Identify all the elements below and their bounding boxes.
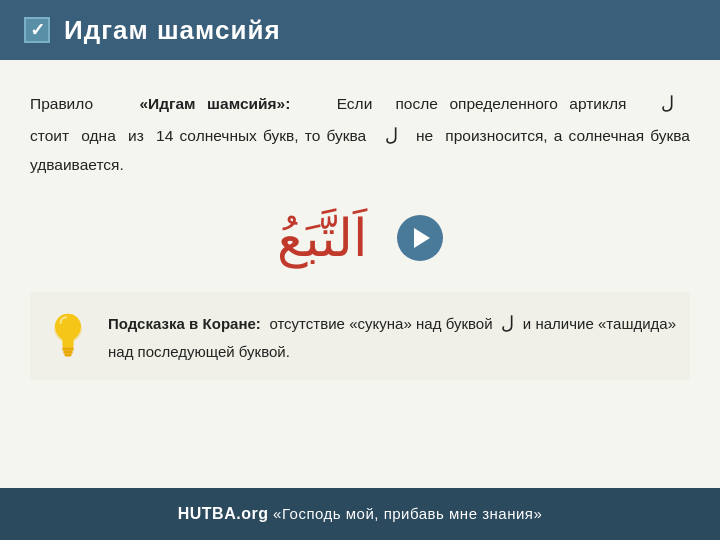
- arabic-section: اَلتَّبَعُ: [30, 208, 690, 268]
- footer-brand: HUTBA.org: [178, 505, 269, 522]
- header: Идгам шамсийя: [0, 0, 720, 60]
- rule-text-block: Правило «Идгам шамсийя»: Если после опре…: [30, 88, 690, 178]
- app-container: Идгам шамсийя Правило «Идгам шамсийя»: Е…: [0, 0, 720, 540]
- hint-label: Подсказка в Коране:: [108, 315, 261, 332]
- checkbox-icon: [24, 17, 50, 43]
- rule-intro: Правило: [30, 95, 93, 112]
- arabic-word: اَلتَّبَعُ: [277, 208, 367, 268]
- svg-rect-1: [62, 347, 73, 351]
- bulb-icon: [44, 308, 92, 364]
- svg-rect-3: [64, 354, 71, 357]
- footer: HUTBA.org «Господь мой, прибавь мне знан…: [0, 488, 720, 540]
- lam-symbol-1: ل: [661, 93, 674, 113]
- header-title: Идгам шамсийя: [64, 15, 281, 46]
- svg-rect-2: [63, 351, 72, 354]
- main-content: Правило «Идгам шамсийя»: Если после опре…: [0, 60, 720, 488]
- lam-symbol-2: ل: [385, 125, 398, 145]
- hint-block: Подсказка в Коране: отсутствие «сукуна» …: [30, 292, 690, 380]
- hint-text-block: Подсказка в Коране: отсутствие «сукуна» …: [108, 308, 676, 364]
- rule-body2: стоит одна из 14 солнечных букв, то букв…: [30, 127, 366, 144]
- play-button[interactable]: [397, 215, 443, 261]
- footer-text: HUTBA.org «Господь мой, прибавь мне знан…: [178, 505, 543, 523]
- rule-title: «Идгам шамсийя»:: [139, 95, 290, 112]
- footer-slogan: «Господь мой, прибавь мне знания»: [268, 505, 542, 522]
- rule-body1: Если после определенного артикля: [337, 95, 627, 112]
- hint-body1: отсутствие «сукуна» над буквой: [269, 315, 492, 332]
- hint-lam: ل: [501, 313, 514, 333]
